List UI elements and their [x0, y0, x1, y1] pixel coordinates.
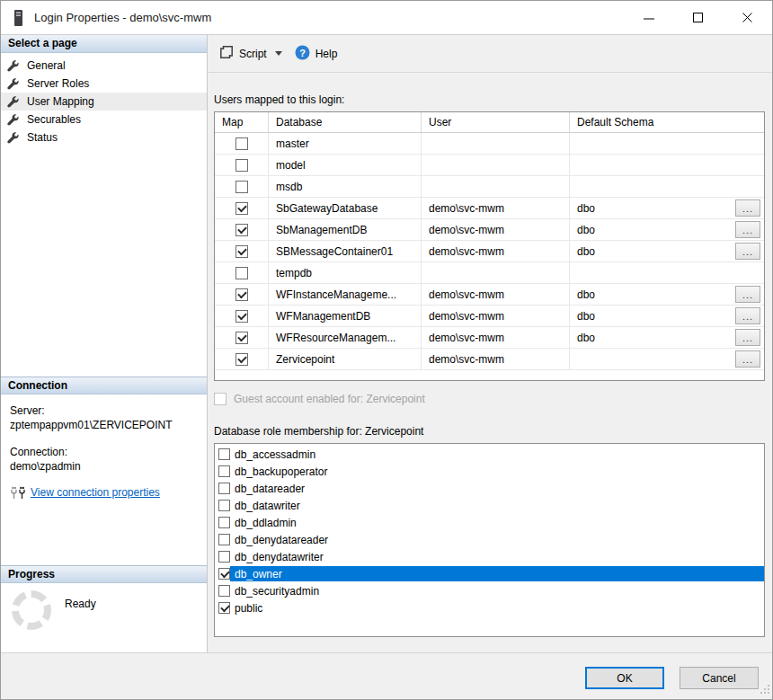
users-mapped-table[interactable]: Map Database User Default Schema masterm… — [214, 111, 765, 381]
map-checkbox[interactable] — [235, 245, 248, 258]
sidebar: Select a page GeneralServer RolesUser Ma… — [1, 35, 208, 652]
role-checkbox[interactable] — [218, 551, 230, 563]
role-item-db-ddladmin[interactable]: db_ddladmin — [215, 514, 764, 531]
schema-browse-button[interactable]: ... — [735, 286, 760, 303]
table-row-wfmanagementdb[interactable]: WFManagementDBdemo\svc-mwmdbo... — [215, 306, 764, 327]
database-cell: tempdb — [269, 262, 422, 284]
table-row-zervicepoint[interactable]: Zervicepointdemo\svc-mwm... — [215, 349, 764, 370]
table-row-wfresourcemanagem-[interactable]: WFResourceManagem...demo\svc-mwmdbo... — [215, 327, 764, 349]
role-item-db-denydatareader[interactable]: db_denydatareader — [215, 531, 764, 548]
schema-browse-button[interactable]: ... — [735, 350, 760, 368]
schema-browse-button[interactable]: ... — [735, 199, 760, 217]
wrench-icon — [7, 131, 20, 144]
progress-panel: Progress Ready — [1, 565, 207, 652]
select-a-page-header: Select a page — [1, 35, 207, 53]
script-icon — [219, 45, 234, 62]
script-label: Script — [239, 48, 267, 60]
schema-browse-button[interactable]: ... — [735, 243, 760, 260]
connection-value: demo\zpadmin — [10, 459, 203, 474]
table-row-sbmessagecontainer01[interactable]: SBMessageContainer01demo\svc-mwmdbo... — [215, 241, 764, 262]
chevron-down-icon[interactable] — [275, 51, 282, 56]
schema-browse-button[interactable]: ... — [735, 221, 760, 238]
connection-panel: Connection Server: zptempappvm01\ZERVICE… — [1, 377, 207, 565]
sidebar-item-label: General — [27, 59, 66, 72]
sidebar-item-securables[interactable]: Securables — [1, 111, 207, 128]
role-label: db_securityadmin — [230, 583, 764, 598]
map-checkbox[interactable] — [235, 224, 248, 236]
sidebar-item-general[interactable]: General — [1, 57, 207, 75]
role-checkbox[interactable] — [218, 500, 230, 511]
role-item-db-owner[interactable]: db_owner — [215, 565, 764, 582]
sidebar-item-label: Status — [27, 131, 58, 144]
default-schema-value: dbo — [577, 224, 595, 236]
server-icon — [12, 9, 26, 27]
guest-account-checkbox — [214, 393, 227, 405]
map-checkbox[interactable] — [235, 353, 248, 366]
role-checkbox[interactable] — [218, 517, 230, 528]
map-checkbox[interactable] — [235, 310, 248, 323]
role-label: db_denydatareader — [230, 532, 764, 547]
table-row-msdb[interactable]: msdb — [215, 176, 764, 198]
table-row-model[interactable]: model — [215, 155, 764, 176]
role-item-public[interactable]: public — [215, 599, 764, 616]
table-row-sbgatewaydatabase[interactable]: SbGatewayDatabasedemo\svc-mwmdbo... — [215, 198, 764, 219]
schema-browse-button[interactable]: ... — [735, 307, 760, 324]
sidebar-item-label: User Mapping — [27, 95, 94, 108]
main-area: Script ? Help Users mapped to this login… — [208, 35, 772, 652]
schema-browse-button[interactable]: ... — [735, 329, 760, 346]
role-checkbox[interactable] — [218, 534, 230, 545]
help-button[interactable]: ? Help — [290, 41, 342, 66]
sidebar-item-label: Server Roles — [27, 77, 89, 90]
database-cell: SbGatewayDatabase — [269, 198, 422, 219]
default-schema-value: dbo — [577, 245, 595, 258]
role-item-db-denydatawriter[interactable]: db_denydatawriter — [215, 548, 764, 565]
map-checkbox[interactable] — [235, 137, 248, 150]
role-item-db-securityadmin[interactable]: db_securityadmin — [215, 582, 764, 599]
map-checkbox[interactable] — [235, 159, 248, 172]
role-item-db-datareader[interactable]: db_datareader — [215, 480, 764, 497]
role-checkbox[interactable] — [218, 448, 230, 460]
maximize-button[interactable] — [673, 1, 723, 34]
map-checkbox[interactable] — [235, 332, 248, 344]
user-cell: demo\svc-mwm — [422, 284, 570, 306]
role-checkbox[interactable] — [218, 465, 230, 477]
user-cell — [422, 262, 570, 284]
role-checkbox[interactable] — [218, 568, 230, 580]
table-header: Map Database User Default Schema — [215, 112, 764, 133]
role-membership-list[interactable]: db_accessadmindb_backupoperatordb_datare… — [214, 443, 765, 637]
view-connection-properties-link[interactable]: View connection properties — [31, 485, 160, 500]
role-label: db_ddladmin — [230, 515, 764, 530]
script-button[interactable]: Script — [215, 41, 290, 66]
default-schema-cell — [570, 155, 764, 176]
table-row-sbmanagementdb[interactable]: SbManagementDBdemo\svc-mwmdbo... — [215, 219, 764, 241]
user-cell — [422, 176, 570, 198]
map-checkbox[interactable] — [235, 202, 248, 215]
role-item-db-backupoperator[interactable]: db_backupoperator — [215, 463, 764, 480]
role-checkbox[interactable] — [218, 585, 230, 597]
close-button[interactable] — [723, 1, 772, 34]
table-row-tempdb[interactable]: tempdb — [215, 262, 764, 284]
minimize-icon — [643, 13, 655, 23]
progress-header: Progress — [1, 565, 207, 583]
role-checkbox[interactable] — [218, 483, 230, 494]
sidebar-item-status[interactable]: Status — [1, 128, 207, 146]
resize-grip[interactable] — [760, 685, 770, 697]
table-row-master[interactable]: master — [215, 133, 764, 155]
minimize-button[interactable] — [624, 1, 673, 34]
role-item-db-datawriter[interactable]: db_datawriter — [215, 497, 764, 514]
default-schema-cell: dbo... — [570, 306, 764, 327]
default-schema-cell: ... — [570, 349, 764, 370]
map-checkbox[interactable] — [235, 288, 248, 301]
role-checkbox[interactable] — [218, 602, 230, 614]
cancel-button[interactable]: Cancel — [680, 667, 759, 689]
ok-button[interactable]: OK — [585, 667, 664, 689]
map-checkbox[interactable] — [235, 267, 248, 279]
map-checkbox[interactable] — [235, 181, 248, 193]
role-item-db-accessadmin[interactable]: db_accessadmin — [215, 446, 764, 463]
table-row-wfinstancemanageme-[interactable]: WFInstanceManageme...demo\svc-mwmdbo... — [215, 284, 764, 306]
user-cell: demo\svc-mwm — [422, 198, 570, 219]
map-cell — [215, 219, 269, 241]
column-header-default-schema: Default Schema — [570, 112, 764, 133]
sidebar-item-server-roles[interactable]: Server Roles — [1, 75, 207, 93]
sidebar-item-user-mapping[interactable]: User Mapping — [1, 93, 207, 111]
